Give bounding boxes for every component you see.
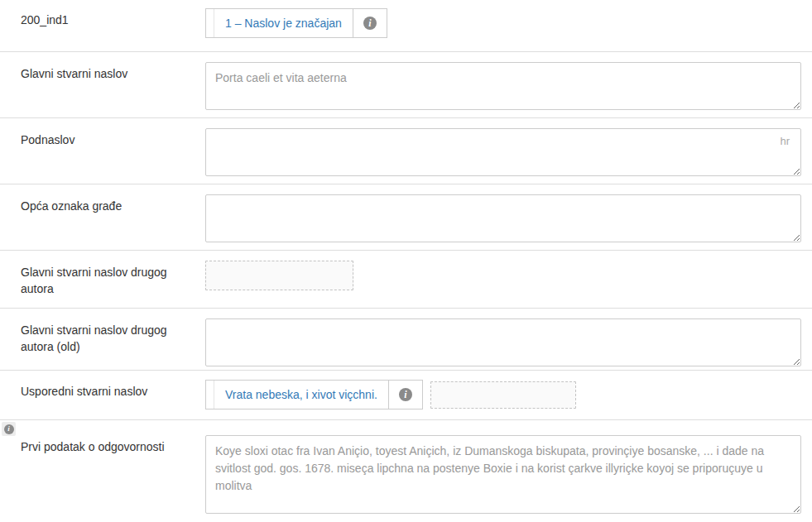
material-designation-input[interactable] xyxy=(205,194,801,242)
form-row-material-designation: Opća oznaka građe xyxy=(0,184,812,250)
empty-subfield-dropzone[interactable] xyxy=(205,261,353,290)
chip-info-button[interactable]: i xyxy=(353,9,387,37)
form-row-other-author-title-old: Glavni stvarni naslov drugog autora (old… xyxy=(0,308,812,370)
form-row-main-title: Glavni stvarni naslov Porta caeli et vit… xyxy=(0,51,812,117)
main-title-input[interactable]: Porta caeli et vita aeterna xyxy=(205,62,801,110)
empty-subfield-dropzone[interactable] xyxy=(430,381,576,409)
indicator-chip[interactable]: 1 – Naslov je značajan i xyxy=(205,8,387,38)
chip-drag-handle[interactable] xyxy=(206,9,214,37)
row-info-button[interactable]: i xyxy=(2,422,16,436)
chip-info-button[interactable]: i xyxy=(388,381,422,409)
form-row-parallel-title: Usporedni stvarni naslov Vrata nebeska, … xyxy=(0,370,812,419)
info-icon: i xyxy=(399,388,412,401)
field-label: Usporedni stvarni naslov xyxy=(0,380,205,400)
form-row-subtitle: Podnaslov hr xyxy=(0,117,812,184)
subtitle-input[interactable] xyxy=(205,128,801,176)
indicator-value-button[interactable]: 1 – Naslov je značajan xyxy=(214,9,353,37)
form-row-other-author-title: Glavni stvarni naslov drugog autora xyxy=(0,250,812,308)
parallel-title-value-button[interactable]: Vrata nebeska, i xivot viçchni. xyxy=(214,381,388,409)
field-label: Podnaslov xyxy=(0,128,205,148)
info-icon: i xyxy=(4,424,14,434)
field-label: 200_ind1 xyxy=(0,8,205,28)
parallel-title-chip[interactable]: Vrata nebeska, i xivot viçchni. i xyxy=(205,380,423,409)
field-label: Prvi podatak o odgovornosti xyxy=(0,435,205,455)
form-row-200-ind1: 200_ind1 1 – Naslov je značajan i xyxy=(0,0,812,51)
field-label: Glavni stvarni naslov drugog autora (old… xyxy=(0,318,205,356)
other-author-title-old-input[interactable] xyxy=(205,318,801,366)
info-icon: i xyxy=(363,17,377,30)
field-label: Opća oznaka građe xyxy=(0,194,205,214)
chip-drag-handle[interactable] xyxy=(206,381,214,409)
field-label: Glavni stvarni naslov xyxy=(0,62,205,82)
catalog-record-form: 200_ind1 1 – Naslov je značajan i Glavni… xyxy=(0,0,812,522)
field-label: Glavni stvarni naslov drugog autora xyxy=(0,261,205,298)
statement-of-responsibility-input[interactable]: Koye sloxi otac fra Ivan Aniçio, toyest … xyxy=(205,435,801,514)
form-row-statement-of-responsibility: i Prvi podatak o odgovornosti Koye sloxi… xyxy=(0,419,812,521)
